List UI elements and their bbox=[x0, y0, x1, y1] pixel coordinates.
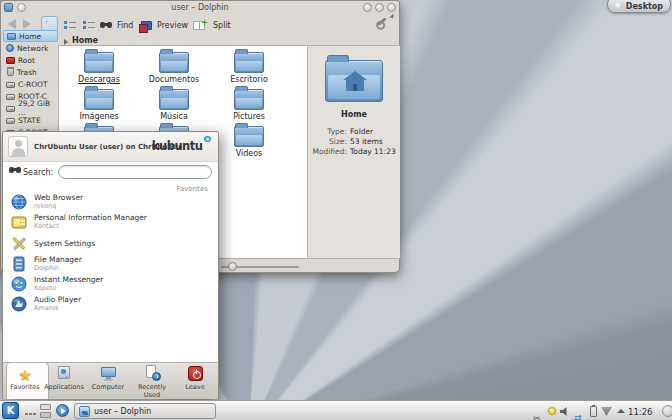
volume-speaker-icon[interactable] bbox=[560, 406, 571, 417]
tray-expand-caret-icon[interactable] bbox=[615, 406, 626, 417]
place-trash[interactable]: Trash bbox=[3, 66, 58, 78]
kickoff-header: ChrUbuntu User (user) on ChrUbuntu kubun… bbox=[3, 132, 218, 162]
network-transfer-icon[interactable]: ⇄ bbox=[574, 406, 585, 417]
compact-view-icon bbox=[83, 21, 86, 24]
tab-applications[interactable]: Applications bbox=[42, 365, 86, 391]
titlebar[interactable]: user – Dolphin bbox=[1, 1, 399, 14]
recently-used-icon bbox=[144, 365, 161, 382]
tab-favorites[interactable]: ★ Favorites bbox=[3, 365, 47, 391]
folder-icon bbox=[234, 52, 264, 73]
folder-item[interactable]: Música bbox=[138, 85, 210, 121]
tab-label: Recently Used bbox=[130, 383, 174, 399]
drive-icon bbox=[6, 94, 15, 100]
battery-icon[interactable] bbox=[588, 406, 599, 417]
kontact-icon bbox=[11, 214, 27, 230]
quick-launch-icon[interactable] bbox=[56, 404, 69, 417]
folder-item[interactable]: Descargas bbox=[63, 48, 135, 84]
desktop-pager[interactable] bbox=[40, 404, 51, 418]
drive-icon bbox=[6, 82, 15, 88]
preview-button[interactable]: Preview bbox=[157, 21, 188, 30]
place-label: Home bbox=[19, 32, 41, 41]
computer-icon bbox=[100, 365, 117, 382]
drive-icon bbox=[6, 106, 15, 112]
place-network[interactable]: Network bbox=[3, 42, 58, 54]
settings-wrench-icon[interactable] bbox=[377, 17, 387, 26]
pager-desktop-2[interactable] bbox=[40, 412, 51, 418]
menu-item-subtitle: Amarok bbox=[34, 304, 59, 312]
maximize-button[interactable] bbox=[375, 3, 384, 12]
panel-cashew-icon[interactable] bbox=[662, 405, 672, 417]
menu-item-title: Personal Information Manager bbox=[34, 213, 147, 222]
menu-item-instant-messenger[interactable]: Instant Messenger Kopete bbox=[3, 275, 218, 295]
info-title: Home bbox=[308, 110, 400, 119]
task-button-dolphin[interactable]: user – Dolphin bbox=[74, 403, 216, 419]
folder-item[interactable]: Pictures bbox=[213, 85, 285, 121]
folder-item[interactable]: Escritorio bbox=[213, 48, 285, 84]
info-value: Today 11:23 bbox=[350, 147, 396, 156]
find-button[interactable]: Find bbox=[117, 21, 133, 30]
trash-icon bbox=[7, 68, 14, 76]
folder-item[interactable]: Imágenes bbox=[63, 85, 135, 121]
split-button[interactable]: Split bbox=[213, 21, 231, 30]
place-c-root[interactable]: C-ROOT bbox=[3, 78, 58, 90]
registered-mark: ® bbox=[204, 136, 212, 142]
menu-item-file-manager[interactable]: File Manager Dolphin bbox=[3, 255, 218, 275]
folder-label: Videos bbox=[213, 149, 285, 158]
compact-view-button[interactable] bbox=[79, 16, 96, 33]
menu-item-system-settings[interactable]: System Settings bbox=[3, 235, 218, 255]
icons-view-icon bbox=[46, 21, 49, 24]
home-big-folder-icon bbox=[325, 60, 383, 102]
place-label: Trash bbox=[17, 68, 37, 77]
taskbar-panel: K user – Dolphin ✂ ⇄ 11:26 bbox=[0, 400, 672, 420]
menu-item-subtitle: Dolphin bbox=[34, 264, 59, 272]
close-button[interactable] bbox=[387, 3, 396, 12]
search-input[interactable] bbox=[58, 165, 212, 179]
info-row-size: Size: 53 items bbox=[308, 137, 400, 146]
places-panel: Home Network Root Trash C-ROOT ROOT-C 29… bbox=[3, 30, 58, 138]
place-state[interactable]: STATE bbox=[3, 114, 58, 126]
kubuntu-logo-text: kubuntu bbox=[152, 139, 203, 153]
globe-icon bbox=[11, 194, 27, 210]
place-home[interactable]: Home bbox=[3, 30, 58, 42]
desktop-toolbox-button[interactable]: Desktop bbox=[607, 0, 671, 13]
split-icon[interactable] bbox=[193, 21, 205, 30]
place-label: STATE bbox=[18, 116, 41, 125]
user-avatar bbox=[8, 136, 28, 157]
folder-item[interactable]: Documentos bbox=[138, 48, 210, 84]
show-desktop-icon[interactable] bbox=[25, 413, 28, 415]
notifications-bulb-icon[interactable] bbox=[547, 406, 558, 417]
breadcrumb[interactable]: Home bbox=[72, 36, 98, 45]
menu-item-audio-player[interactable]: Audio Player Amarok bbox=[3, 295, 218, 315]
back-icon[interactable] bbox=[8, 19, 16, 29]
tab-leave[interactable]: Leave bbox=[173, 365, 217, 391]
menu-item-title: System Settings bbox=[34, 239, 95, 248]
tab-recently-used[interactable]: Recently Used bbox=[130, 365, 174, 399]
place-root[interactable]: Root bbox=[3, 54, 58, 66]
klipper-scissors-icon[interactable]: ✂ bbox=[533, 406, 544, 417]
menu-item-pim[interactable]: Personal Information Manager Kontact bbox=[3, 213, 218, 233]
root-folder-icon bbox=[6, 57, 15, 64]
folder-item[interactable]: Videos bbox=[213, 122, 285, 158]
menu-item-web-browser[interactable]: Web Browser rekonq bbox=[3, 193, 218, 213]
details-view-button[interactable] bbox=[60, 16, 77, 33]
minimize-button[interactable] bbox=[363, 3, 372, 12]
place-volume[interactable]: 29,2 GiB … bbox=[3, 102, 58, 114]
info-value: Folder bbox=[350, 127, 373, 136]
zoom-slider-knob[interactable] bbox=[228, 262, 237, 271]
forward-icon[interactable] bbox=[23, 19, 31, 29]
clock[interactable]: 11:26 bbox=[628, 407, 653, 417]
info-label: Modified: bbox=[308, 147, 350, 156]
pager-desktop-1[interactable] bbox=[40, 404, 51, 410]
info-value: 53 items bbox=[350, 137, 383, 146]
find-icon[interactable] bbox=[100, 22, 105, 28]
kickoff-launcher-button[interactable]: K bbox=[2, 402, 19, 419]
menu-item-title: Audio Player bbox=[34, 295, 81, 304]
place-label: C-ROOT bbox=[18, 80, 48, 89]
wifi-icon[interactable] bbox=[601, 406, 612, 417]
tab-computer[interactable]: Computer bbox=[86, 365, 130, 391]
preview-icon[interactable] bbox=[141, 21, 152, 30]
kopete-icon bbox=[11, 276, 27, 292]
info-row-modified: Modified: Today 11:23 bbox=[308, 147, 400, 156]
info-row-type: Type: Folder bbox=[308, 127, 400, 136]
file-cabinet-icon bbox=[11, 256, 27, 272]
